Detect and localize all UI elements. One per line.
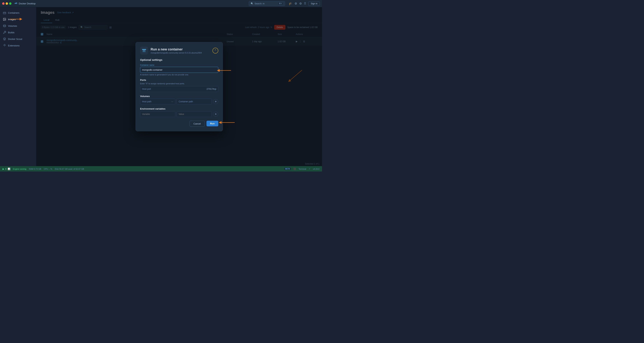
container-path-input[interactable]: Container path <box>177 99 212 105</box>
svg-rect-0 <box>3 12 6 14</box>
beta-badge: BETA <box>284 168 291 170</box>
modal-footer: Cancel Run <box>140 121 218 127</box>
container-icon <box>3 11 6 14</box>
traffic-lights <box>2 2 12 5</box>
host-path-placeholder: Host path <box>142 100 151 103</box>
ram-info: RAM 0.73 GB <box>29 168 41 170</box>
search-kbd: ⌘K <box>278 2 283 5</box>
engine-status-icon: ▶ ⏸ 📊 <box>2 168 10 170</box>
global-search[interactable]: 🔍 Search: m ⌘K <box>249 1 285 6</box>
search-icon: 🔍 <box>251 2 254 5</box>
modal-overlay: Run a new container mongodb/mongodb-comm… <box>36 7 322 166</box>
sidebar-item-containers[interactable]: Containers <box>0 10 36 16</box>
collapse-button[interactable]: ^ <box>212 48 218 54</box>
svg-point-4 <box>3 25 6 26</box>
version-label: v4.33.0 <box>313 168 320 170</box>
modal-subtitle: mongodb/mongodb-community-server:5.0.15-… <box>151 52 202 54</box>
optional-settings-title: Optional settings <box>140 58 218 61</box>
run-arrow <box>216 119 236 126</box>
close-button[interactable] <box>2 2 4 5</box>
check-icon: ✓ <box>309 168 310 170</box>
sidebar-item-images-label: Images <box>8 18 16 21</box>
sidebar-item-docker-scout[interactable]: Docker Scout <box>0 36 36 42</box>
host-path-input[interactable]: Host path ··· <box>140 99 175 105</box>
volumes-group: Volumes Host path ··· Container path + <box>140 95 218 105</box>
ports-group: Ports Enter "0" to assign randomly gener… <box>140 79 218 92</box>
sidebar-item-volumes-label: Volumes <box>8 25 17 27</box>
sidebar-item-extensions-label: Extensions <box>8 44 20 47</box>
port-input-row: Host port :27017/tcp <box>140 86 218 92</box>
images-icon <box>3 18 6 21</box>
run-container-modal: Run a new container mongodb/mongodb-comm… <box>136 42 223 131</box>
sidebar-item-extensions[interactable]: Extensions <box>0 42 36 49</box>
env-vars-group: Environment variables + <box>140 107 218 117</box>
builds-icon <box>3 31 6 34</box>
container-name-hint: A random name is generated if you do not… <box>140 74 218 76</box>
cancel-button[interactable]: Cancel <box>190 121 204 127</box>
add-volume-button[interactable]: + <box>213 99 218 104</box>
env-vars-row: + <box>140 111 218 117</box>
app-logo: Docker Desktop <box>14 2 36 5</box>
minimize-button[interactable] <box>6 2 8 5</box>
svg-rect-6 <box>142 49 146 50</box>
search-text: Search: m <box>254 2 264 5</box>
chevron-up-icon: ^ <box>215 49 216 52</box>
signin-button[interactable]: Sign in <box>308 2 320 6</box>
gear-icon[interactable]: ⚙ <box>299 2 302 5</box>
sidebar-item-containers-label: Containers <box>8 12 20 14</box>
sidebar-item-images[interactable]: Images <box>0 16 36 23</box>
cpu-info: CPU -- % <box>44 168 52 170</box>
modal-titles: Run a new container mongodb/mongodb-comm… <box>151 48 202 54</box>
statusbar-right: BETA ⬛ Terminal ✓ v4.33.0 <box>284 168 320 170</box>
maximize-button[interactable] <box>9 2 12 5</box>
engine-status-label: Engine running <box>13 168 26 170</box>
sidebar-item-builds[interactable]: Builds <box>0 29 36 36</box>
settings-gear-icon[interactable]: ⚙ <box>294 2 297 5</box>
host-port-placeholder: Host port <box>142 88 151 90</box>
container-name-group: Container name A random name is generate… <box>140 64 218 76</box>
run-button[interactable]: Run <box>206 121 218 126</box>
modal-title: Run a new container <box>151 48 202 51</box>
modal-icon <box>140 47 148 55</box>
value-input[interactable] <box>177 111 212 117</box>
ports-hint: Enter "0" to assign randomly generated h… <box>140 83 218 85</box>
terminal-label[interactable]: Terminal <box>298 168 306 170</box>
variable-input[interactable] <box>140 111 175 117</box>
svg-point-2 <box>4 19 4 19</box>
app-name-label: Docker Desktop <box>19 2 36 5</box>
scout-icon <box>3 37 6 41</box>
titlebar-actions: 🎓 ⚙ ⚙ ⠿ Sign in <box>289 2 320 6</box>
container-name-input[interactable] <box>140 67 218 73</box>
statusbar: ▶ ⏸ 📊 Engine running RAM 0.73 GB CPU -- … <box>0 166 322 172</box>
port-value: :27017/tcp <box>206 88 216 90</box>
extensions-icon <box>3 44 6 47</box>
sidebar-item-builds-label: Builds <box>8 31 14 34</box>
sidebar-item-volumes[interactable]: Volumes <box>0 23 36 29</box>
main-layout: Containers Images Volumes Builds Docker … <box>0 7 322 166</box>
sidebar: Containers Images Volumes Builds Docker … <box>0 7 36 166</box>
grid-icon[interactable]: ⠿ <box>304 2 306 5</box>
host-path-dots-icon[interactable]: ··· <box>171 100 173 103</box>
add-env-button[interactable]: + <box>213 112 218 117</box>
learn-icon[interactable]: 🎓 <box>289 2 292 5</box>
content-area: Images Give feedback ↗ Local Hub 0 Bytes… <box>36 7 322 166</box>
docker-logo-icon <box>14 2 18 5</box>
modal-header: Run a new container mongodb/mongodb-comm… <box>140 47 218 55</box>
env-vars-title: Environment variables <box>140 107 218 110</box>
titlebar: Docker Desktop 🔍 Search: m ⌘K 🎓 ⚙ ⚙ ⠿ Si… <box>0 0 322 7</box>
container-name-label: Container name <box>140 64 218 66</box>
ports-title: Ports <box>140 79 218 81</box>
terminal-icon[interactable]: ⬛ <box>294 168 296 170</box>
docker-container-icon <box>142 48 146 53</box>
container-path-placeholder: Container path <box>179 100 193 103</box>
container-name-arrow <box>216 68 233 73</box>
sidebar-item-docker-scout-label: Docker Scout <box>8 38 22 41</box>
volumes-icon <box>3 24 6 28</box>
disk-info: Disk 56.67 GB avail. of 62.67 GB <box>55 168 84 170</box>
volumes-title: Volumes <box>140 95 218 98</box>
volumes-row: Host path ··· Container path + <box>140 99 218 105</box>
